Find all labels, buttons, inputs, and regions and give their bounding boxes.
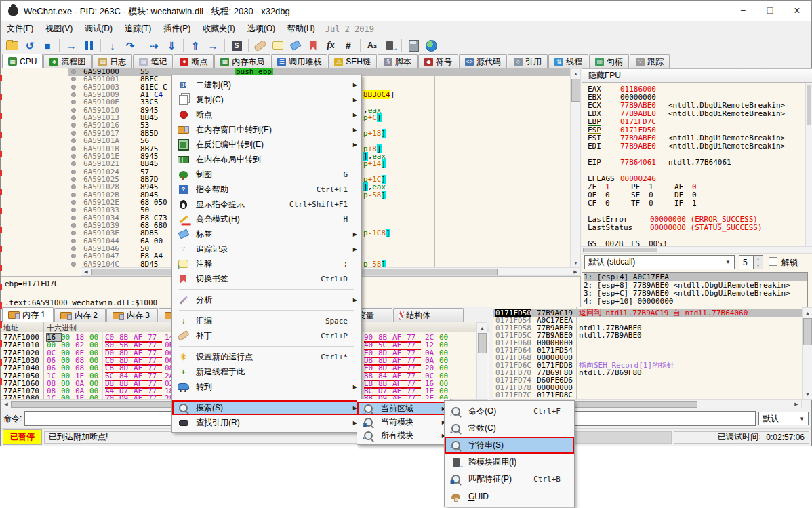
memory-byte[interactable]: 0C bbox=[425, 372, 439, 380]
scroll-up-icon[interactable]: ▲ bbox=[478, 324, 487, 332]
tab-log[interactable]: ▤日志 bbox=[92, 54, 132, 69]
memory-byte[interactable]: C8 bbox=[105, 364, 119, 372]
memory-byte[interactable]: 8D bbox=[378, 364, 392, 372]
scroll-left-icon[interactable]: ◀ bbox=[82, 269, 90, 275]
breakpoint-dot-icon[interactable] bbox=[71, 184, 76, 189]
breakpoint-dot-icon[interactable] bbox=[71, 154, 76, 159]
breakpoint-dot-icon[interactable] bbox=[71, 161, 76, 166]
memory-byte[interactable]: 1C bbox=[47, 372, 61, 380]
spin-up-icon[interactable]: ▲ bbox=[754, 256, 763, 262]
memory-byte[interactable]: 40 bbox=[364, 341, 378, 349]
menu-item-toggle-bookmark[interactable]: 切换书签Ctrl+D bbox=[172, 271, 361, 286]
memory-byte[interactable]: 1E bbox=[75, 372, 89, 380]
memory-byte[interactable]: 8D bbox=[119, 364, 134, 372]
menu-item-command[interactable]: ›命令(O)Ctrl+F bbox=[445, 403, 574, 420]
registers-vscrollbar[interactable] bbox=[805, 83, 812, 246]
menu-item-guid[interactable]: GUID bbox=[445, 488, 574, 505]
script-s-button[interactable]: S bbox=[228, 38, 245, 53]
function-button[interactable]: fx bbox=[323, 38, 339, 53]
breakpoint-dot-icon[interactable] bbox=[71, 92, 76, 97]
breakpoint-dot-icon[interactable] bbox=[71, 193, 76, 197]
memory-byte[interactable]: 77 bbox=[407, 341, 421, 349]
run-to-user-code-button[interactable]: → bbox=[205, 38, 221, 53]
menu-item-graph[interactable]: 制图G bbox=[172, 167, 361, 182]
menubar-item[interactable]: 收藏夹(I) bbox=[197, 21, 241, 37]
menubar-item[interactable]: 插件(P) bbox=[157, 21, 197, 37]
hide-fpu-button[interactable]: 隐藏FPU bbox=[582, 68, 812, 83]
menubar-item[interactable]: 追踪(T) bbox=[119, 21, 157, 37]
memory-byte[interactable]: 0A bbox=[425, 349, 439, 357]
step-out-button[interactable]: ⇑ bbox=[187, 38, 203, 53]
arg-depth-spinner[interactable]: 5 ▲ ▼ bbox=[739, 255, 763, 269]
open-file-button[interactable] bbox=[4, 38, 20, 53]
memory-byte[interactable]: 77 bbox=[148, 372, 162, 380]
memory-byte[interactable]: 5B bbox=[119, 341, 134, 349]
memory-byte[interactable]: 8D bbox=[378, 349, 392, 357]
menu-item-search[interactable]: 搜索(S)▶ bbox=[172, 400, 361, 415]
tab-call-stack[interactable]: ☰调用堆栈 bbox=[271, 54, 327, 69]
menu-item-comment[interactable]: 注释; bbox=[172, 256, 361, 271]
memory-byte[interactable]: 0E bbox=[75, 349, 89, 357]
pause-button[interactable] bbox=[81, 38, 97, 53]
comment-button[interactable] bbox=[270, 38, 286, 53]
tab-source[interactable]: <>源代码 bbox=[459, 54, 507, 69]
menu-item-constant[interactable]: #常数(C) bbox=[445, 420, 574, 437]
breakpoint-dot-icon[interactable] bbox=[71, 177, 76, 182]
memory-byte[interactable]: AF bbox=[392, 364, 407, 372]
memory-byte[interactable]: 84 bbox=[378, 372, 392, 380]
menu-item-show-mnemonic-brief[interactable]: 显示指令提示Ctrl+Shift+F1 bbox=[172, 197, 361, 212]
menu-item-binary[interactable]: 01二进制(B)▶ bbox=[172, 77, 361, 92]
menu-item-trace-record[interactable]: ∵追踪记录▶ bbox=[172, 241, 361, 256]
menu-item-set-new-origin[interactable]: ✳设置新的运行点Ctrl+* bbox=[172, 349, 361, 364]
menubar-item[interactable]: 选项(O) bbox=[241, 21, 281, 37]
breakpoint-dot-icon[interactable] bbox=[71, 254, 76, 258]
stack-pane[interactable]: 0171FD5077B9AC19返回到 ntdll.77B9AC19 自 ntd… bbox=[493, 307, 812, 400]
scroll-thumb[interactable] bbox=[583, 248, 657, 252]
menu-item-current-region[interactable]: □当前区域▶ bbox=[357, 402, 450, 415]
calling-convention-select[interactable]: 默认 (stdcall) ▼ bbox=[584, 255, 735, 269]
breakpoint-dot-icon[interactable] bbox=[71, 123, 76, 128]
menu-item-breakpoint[interactable]: 断点▶ bbox=[172, 107, 361, 122]
tab-trace[interactable]: ∵跟踪 bbox=[630, 54, 670, 69]
trace-into-button[interactable]: ⇢ bbox=[146, 38, 162, 53]
tab-script[interactable]: §脚本 bbox=[378, 54, 418, 69]
register-row[interactable]: GS002BFS0053 bbox=[588, 240, 674, 246]
breakpoint-dot-icon[interactable] bbox=[71, 223, 76, 228]
menu-item-assemble[interactable]: ↓汇编Space bbox=[172, 313, 361, 328]
scroll-up-icon[interactable]: ▲ bbox=[803, 309, 812, 317]
memory-byte[interactable]: 77 bbox=[407, 372, 421, 380]
breakpoint-dot-icon[interactable] bbox=[71, 77, 76, 81]
menu-item-follow-in-disassembler[interactable]: 在反汇编中转到(E)▶ bbox=[172, 137, 361, 152]
registers-hscrollbar[interactable] bbox=[582, 246, 812, 254]
run-button[interactable]: → bbox=[63, 38, 79, 53]
execute-till-return-button[interactable]: ⇓ bbox=[163, 38, 180, 53]
constant-button[interactable]: # bbox=[340, 38, 357, 53]
scroll-thumb[interactable] bbox=[571, 79, 580, 102]
breakpoint-dot-icon[interactable] bbox=[71, 100, 76, 104]
menubar-item[interactable]: 视图(V) bbox=[39, 21, 79, 37]
scroll-up-icon[interactable]: ▲ bbox=[571, 69, 580, 78]
memory-byte[interactable]: 00 bbox=[47, 341, 61, 349]
breakpoint-dot-icon[interactable] bbox=[71, 200, 76, 205]
close-button[interactable]: × bbox=[784, 1, 810, 20]
register-row[interactable]: LastStatus00000000 (STATUS_SUCCESS) bbox=[588, 224, 763, 232]
memory-byte[interactable]: 80 bbox=[105, 341, 119, 349]
menu-item-patch[interactable]: 补丁Ctrl+P bbox=[172, 328, 361, 343]
memory-byte[interactable]: 00 bbox=[439, 349, 453, 357]
tab-cpu[interactable]: ▦CPU bbox=[2, 54, 43, 69]
tab-notes[interactable]: ▧笔记 bbox=[133, 54, 173, 69]
breakpoint-dot-icon[interactable] bbox=[71, 85, 76, 90]
tab-struct[interactable]: 结构体 bbox=[393, 308, 464, 322]
memory-byte[interactable]: AF bbox=[392, 372, 407, 380]
register-row[interactable]: EDI77B9ABE0<ntdll.DbgUiRemoteBreakin> bbox=[588, 142, 785, 151]
menubar-item[interactable]: 调试(D) bbox=[79, 21, 119, 37]
maximize-button[interactable]: □ bbox=[757, 1, 783, 20]
memory-byte[interactable]: 8D bbox=[119, 349, 134, 357]
memory-byte[interactable]: 00 bbox=[89, 341, 104, 349]
menu-item-find-references[interactable]: 查找引用(R)▶ bbox=[172, 415, 361, 430]
minimize-button[interactable]: − bbox=[730, 1, 756, 20]
step-over-button[interactable]: ↷ bbox=[122, 38, 138, 53]
tab-handles[interactable]: ▥句柄 bbox=[589, 54, 629, 69]
memory-byte[interactable]: 6C bbox=[105, 372, 119, 380]
patch-button[interactable] bbox=[252, 38, 268, 53]
